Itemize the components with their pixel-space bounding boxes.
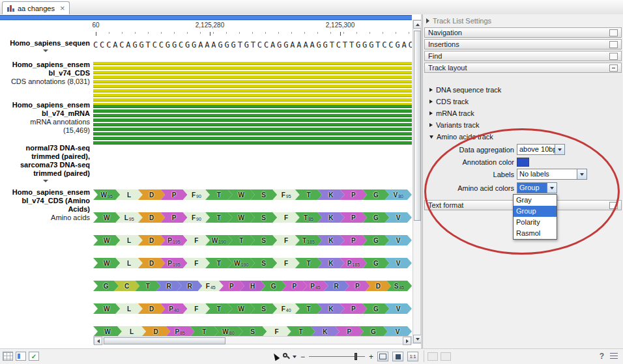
float-icon[interactable] [609,202,618,209]
float-icon[interactable] [609,29,618,36]
amino-acid-letter: W [239,214,244,221]
amino-acid-letter: K [328,305,333,313]
annotation-bar[interactable] [93,137,412,140]
annotation-bar[interactable] [93,89,412,92]
dropdown-option-rasmol[interactable]: Rasmol [514,228,557,239]
layout-item-variants-track[interactable]: Variants track [429,120,479,130]
amino-acid-row: WLDP40FTWSF40TKPGV [93,303,412,314]
track-label[interactable]: Homo_sapiens_ensembl_v74_CDS (AminoAcids… [1,188,90,222]
zoom-tool-button[interactable] [282,352,297,361]
fit-width-button[interactable] [377,352,388,361]
vertical-scrollbar-thumb[interactable] [414,31,421,221]
side-panel-header[interactable]: Track List Settings [426,17,491,25]
track-name-line: Acids) [1,205,90,214]
horizontal-scrollbar[interactable] [93,336,412,344]
mrna-annotation-track[interactable] [93,104,412,141]
dna-sequence-text[interactable]: CCCACAGGTCCGGCGGAAAGGGTGTCCAGGAAAAGGTCTT… [93,40,412,51]
track-subtitle-line: mRNA annotations [1,118,90,126]
amino-acid-position: 90 [196,217,201,221]
annotation-bar[interactable] [93,98,412,102]
track-options-caret-icon[interactable] [43,49,48,52]
amino-acid-letter: V [396,305,401,313]
zoom-in-button[interactable]: + [369,353,373,361]
annotation-bar[interactable] [93,85,412,88]
annotation-bar[interactable] [93,128,412,131]
combo-arrow-button[interactable] [555,145,564,154]
annotation-bar[interactable] [93,94,412,97]
annotation-bar[interactable] [93,132,412,135]
group-bar-insertions[interactable]: Insertions [424,39,622,49]
track-label[interactable]: Homo_sapiens_ensembl_v74_mRNAmRNA annota… [1,101,90,135]
annotation-bar[interactable] [93,76,412,79]
layout-item-cds-track[interactable]: CDS track [429,96,469,107]
data-aggregation-select[interactable]: above 10bp [517,144,565,155]
annotation-bar[interactable] [93,62,412,65]
annotation-bar[interactable] [93,123,412,126]
dropdown-option-group[interactable]: Group [514,206,557,217]
layout-item-mrna-track[interactable]: mRNA track [429,108,474,119]
amino-acid-segment[interactable]: G [93,281,119,291]
annotation-bar[interactable] [93,141,412,145]
annotation-bar[interactable] [93,114,412,117]
amino-acid-segment[interactable]: W [93,303,120,314]
zoom-tool-caret-icon[interactable] [293,356,297,358]
scroll-left-button[interactable] [94,337,102,345]
float-icon[interactable] [609,41,618,48]
dropdown-option-polarity[interactable]: Polarity [514,217,557,228]
amino-acid-segment[interactable]: W [93,326,122,337]
track-label[interactable]: Homo_sapiens_ensembl_v74_CDSCDS annotati… [1,61,90,86]
vertical-scrollbar[interactable] [413,20,421,344]
annotation-bar[interactable] [93,80,412,83]
cds-annotation-track[interactable] [93,61,412,102]
combo-arrow-button[interactable] [547,183,557,193]
checklist-icon[interactable]: ✓ [29,352,39,361]
group-bar-track-layout[interactable]: Track layout [424,63,622,73]
labels-select[interactable]: No labels [517,169,587,180]
annotation-bar[interactable] [93,109,412,113]
zoom-selection-button[interactable] [392,352,403,361]
zoom-slider-thumb[interactable] [355,353,357,360]
collapse-icon[interactable] [609,64,618,72]
undock-panel-icon[interactable] [427,352,438,361]
track-options-caret-icon[interactable] [43,180,48,182]
ruler-major-tick [96,32,96,36]
annotation-bar[interactable] [93,66,412,70]
group-bar-navigation[interactable]: Navigation [424,27,622,38]
annotation-bar[interactable] [93,71,412,74]
horizontal-scrollbar-thumb[interactable] [104,337,225,344]
amino-acid-letter: F [206,283,210,290]
annotation-bar[interactable] [93,105,412,108]
dropdown-option-gray[interactable]: Gray [514,195,557,206]
float-icon[interactable] [609,53,618,60]
dock-panel-icon[interactable] [441,352,451,361]
group-bar-find[interactable]: Find [424,51,622,61]
track-label[interactable]: normal73 DNA-seqtrimmed (paired),sarcoma… [1,144,90,182]
help-icon[interactable]: ? [600,352,604,361]
annotation-color-swatch[interactable] [517,158,529,167]
workspace-grid-icon[interactable] [3,352,13,361]
tab-close-icon[interactable]: × [60,4,65,12]
track-name-line: Homo_sapiens_ensem [1,188,90,197]
selection-pointer-icon[interactable] [272,352,280,361]
amino-acid-segment[interactable]: W95 [93,189,120,200]
side-panel-toggle-icon[interactable] [16,352,26,361]
scroll-right-button[interactable] [403,337,411,345]
amino-acid-letter: T [306,260,310,267]
tab-aa-changes[interactable]: aa changes × [2,1,70,14]
zoom-out-button[interactable]: − [300,353,305,361]
zoom-100-button[interactable]: 1:1 [407,352,418,361]
combo-arrow-button[interactable] [577,169,587,179]
layout-item-amino-acids-track[interactable]: Amino acids track [429,132,493,142]
zoom-slider[interactable] [309,352,365,361]
amino-acid-segment[interactable]: W [93,235,120,245]
layout-item-dna-sequence-track[interactable]: DNA sequence track [429,85,501,95]
ruler-tick [148,32,149,34]
amino-acid-position: 45 [399,285,404,290]
track-label[interactable]: Homo_sapiens_sequen [1,39,90,52]
amino-acid-segment[interactable]: W [93,258,120,268]
list-menu-icon[interactable] [610,353,618,359]
zoom-selection-icon [396,354,401,359]
annotation-bar[interactable] [93,119,412,122]
amino-acid-colors-select[interactable]: Group [517,182,557,193]
amino-acid-segment[interactable]: W [93,212,120,223]
